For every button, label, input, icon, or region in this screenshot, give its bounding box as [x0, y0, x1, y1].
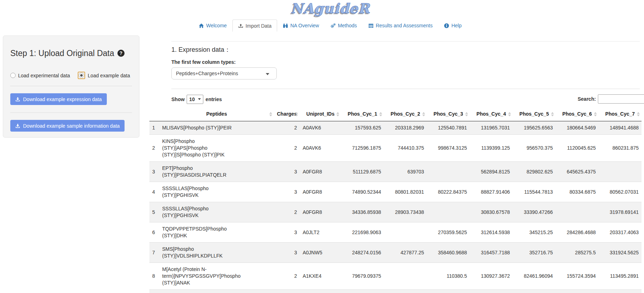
download-expression-label: Download example expression data	[23, 96, 102, 102]
sort-icon	[551, 112, 554, 116]
sort-icon	[422, 112, 425, 116]
cell-intensity: 80334.6875	[556, 182, 599, 202]
tab-import-data[interactable]: Import Data	[232, 20, 277, 32]
table-row[interactable]: 1MLISAVS[Phospho (STY)]PEIR2A0AVK6157593…	[149, 121, 642, 135]
tab-label: Import Data	[246, 23, 271, 29]
cell-intensity: 645625.4375	[556, 162, 599, 182]
cell-row-index: 1	[149, 121, 159, 135]
cell-intensity: 331924.5625	[599, 243, 642, 263]
search-label: Search:	[578, 96, 596, 102]
table-row[interactable]: 2KINS[Phospho (STY)]APS[Phospho (STY)]S[…	[149, 135, 642, 162]
divider	[171, 89, 640, 89]
cell-intensity: 30830.67578	[470, 202, 513, 222]
page-length-value: 10	[189, 96, 195, 102]
cell-peptide: SSSSLLAS[Phospho (STY)]PGHISVK	[159, 202, 274, 222]
app-header: NAguideR WelcomeImport DataNA OverviewMe…	[0, 1, 644, 32]
column-header-label: Phos_Cyc_3	[434, 111, 463, 117]
column-header-phos-cyc-3[interactable]: Phos_Cyc_3	[427, 107, 470, 121]
column-header-phos-cyc-5[interactable]: Phos_Cyc_5	[513, 107, 556, 121]
search-input[interactable]	[598, 94, 644, 104]
cell-uniprot-id: A0FGR8	[300, 162, 341, 182]
cell-intensity: 28903.73438	[384, 202, 427, 222]
page-length-select[interactable]: 10	[187, 95, 203, 104]
cell-intensity: 155724.3594	[556, 263, 599, 290]
download-expression-button[interactable]: Download example expression data	[10, 93, 107, 105]
radio-load-example-data[interactable]: Load example data	[78, 72, 130, 79]
column-header-charges[interactable]: Charges	[274, 107, 300, 121]
cell-intensity: 131965.7031	[470, 121, 513, 135]
column-header-phos-cyc-1[interactable]: Phos_Cyc_1	[341, 107, 384, 121]
cell-intensity: 511129.6875	[341, 162, 384, 182]
cell-intensity: 80562.07031	[599, 182, 642, 202]
cell-row-index: 8	[149, 263, 159, 290]
table-body: 1MLISAVS[Phospho (STY)]PEIR2A0AVK6157593…	[149, 121, 642, 293]
entries-label: entries	[205, 96, 222, 102]
chevron-down-icon	[266, 73, 269, 75]
cell-intensity	[384, 263, 427, 290]
column-header-phos-cyc-7[interactable]: Phos_Cyc_7	[599, 107, 642, 121]
table-row[interactable]: 7SMS[Phospho (STY)]VDLSHIPLKDPLLFK3A0JNW…	[149, 243, 642, 263]
cell-row-index: 3	[149, 162, 159, 182]
panel-title-text: Step 1: Upload Original Data	[10, 48, 114, 59]
download-icon	[15, 123, 20, 128]
cell-intensity: 744410.375	[384, 135, 427, 162]
cell-uniprot-id: A0AVK6	[300, 135, 341, 162]
cell-intensity: 157593.625	[341, 121, 384, 135]
expression-data-table: PeptidesChargesUniprot_IDsPhos_Cyc_1Phos…	[149, 107, 642, 293]
radio-load-experimental-data[interactable]: Load experimental data	[10, 73, 70, 78]
column-header-phos-cyc-4[interactable]: Phos_Cyc_4	[470, 107, 513, 121]
tab-methods[interactable]: Methods	[325, 20, 363, 32]
tab-na-overview[interactable]: NA Overview	[277, 20, 325, 32]
column-header-phos-cyc-6[interactable]: Phos_Cyc_6	[556, 107, 599, 121]
cell-intensity: 860231.875	[599, 135, 642, 162]
cell-uniprot-id: A0AVK6	[300, 121, 341, 135]
cell-charge: 3	[274, 182, 300, 202]
show-label: Show	[171, 96, 185, 102]
search-wrap: Search:	[578, 94, 644, 104]
column-header-label: Phos_Cyc_4	[477, 111, 506, 117]
cell-charge: 2	[274, 121, 300, 135]
column-header-uniprot-ids[interactable]: Uniprot_IDs	[300, 107, 341, 121]
cell-charge: 3	[274, 243, 300, 263]
download-sample-info-button[interactable]: Download example sample information data	[10, 120, 125, 132]
cell-intensity: 113495.2891	[599, 263, 642, 290]
cell-intensity: 345215.25	[513, 222, 556, 243]
column-types-select[interactable]: Peptides+Charges+Proteins	[171, 67, 277, 79]
cell-intensity: 427877.25	[384, 243, 427, 263]
column-header-peptides[interactable]: Peptides	[159, 107, 274, 121]
table-row[interactable]: 5SSSSLLAS[Phospho (STY)]PGHISVK2A0FGR834…	[149, 202, 642, 222]
tab-results-and-assessments[interactable]: Results and Assessments	[363, 20, 438, 32]
divider	[10, 86, 132, 86]
table-row[interactable]: 8M[Acetyl (Protein N-term)]NPVYSPGSSGVPY…	[149, 263, 642, 290]
radio-label: Load experimental data	[18, 73, 70, 78]
cell-intensity: 88827.91406	[470, 182, 513, 202]
tab-label: Methods	[338, 23, 357, 28]
cell-intensity: 74890.52344	[341, 182, 384, 202]
cell-uniprot-id: A0JLT2	[300, 222, 341, 243]
cell-peptide: TQDPVPPETPSDS[Phospho (STY)]DHK	[159, 222, 274, 243]
download-sample-info-label: Download example sample information data	[23, 123, 120, 129]
cell-peptide: M[Acetyl (Protein N-term)]NPVYSPGSSGVPY[…	[159, 263, 274, 290]
radio-circle-icon	[79, 73, 84, 78]
divider	[10, 112, 132, 113]
table-row[interactable]: 6TQDPVPPETPSDS[Phospho (STY)]DHK3A0JLT22…	[149, 222, 642, 243]
cell-uniprot-id: A0JNW5	[300, 243, 341, 263]
sort-icon	[269, 112, 272, 116]
question-circle-icon[interactable]: ?	[117, 50, 125, 57]
tab-help[interactable]: Help	[438, 20, 467, 32]
table-row[interactable]: 3EPT[Phospho (STY)]PSIASDISLPIATQELR3A0F…	[149, 162, 642, 182]
table-row[interactable]: 4SSSSLLAS[Phospho (STY)]PGHISVK3A0FGR874…	[149, 182, 642, 202]
cell-intensity: 270359.5625	[427, 222, 470, 243]
column-header-label: Phos_Cyc_5	[519, 111, 549, 117]
cell-intensity: 248274.0156	[341, 243, 384, 263]
radio-circle-icon	[10, 73, 16, 78]
cell-intensity: 639703	[384, 162, 427, 182]
tab-welcome[interactable]: Welcome	[193, 20, 232, 32]
cell-row-index: 5	[149, 202, 159, 222]
cell-intensity: 829802.625	[513, 162, 556, 182]
cell-intensity: 998674.3125	[427, 135, 470, 162]
column-header-phos-cyc-2[interactable]: Phos_Cyc_2	[384, 107, 427, 121]
table-head: PeptidesChargesUniprot_IDsPhos_Cyc_1Phos…	[149, 107, 642, 121]
cell-charge: 3	[274, 222, 300, 243]
cell-intensity: 80801.82031	[384, 182, 427, 202]
